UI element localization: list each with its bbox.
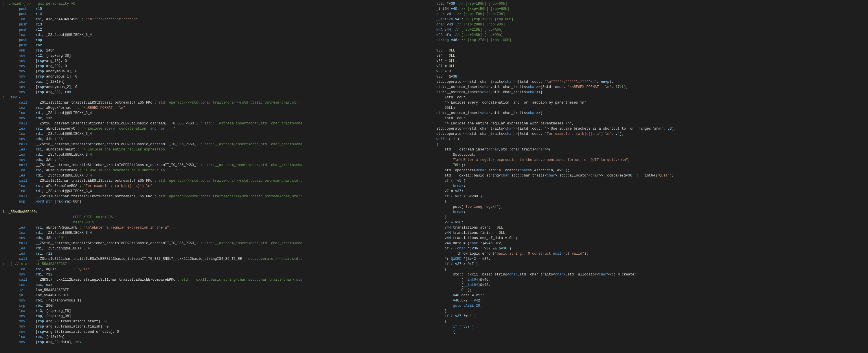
right-code-content: void *v39; // [rsp+1D8h] [rbp+60h] _int6… [436,1,866,334]
right-code-pane: void *v39; // [rsp+1D8h] [rbp+60h] _int6… [434,0,868,353]
left-code-pane: ; _unwind { // __gxx_personality_v0 push… [0,0,434,353]
main-container: ; _unwind { // __gxx_personality_v0 push… [0,0,868,353]
left-code-content: ; _unwind { // __gxx_personality_v0 push… [2,1,431,345]
